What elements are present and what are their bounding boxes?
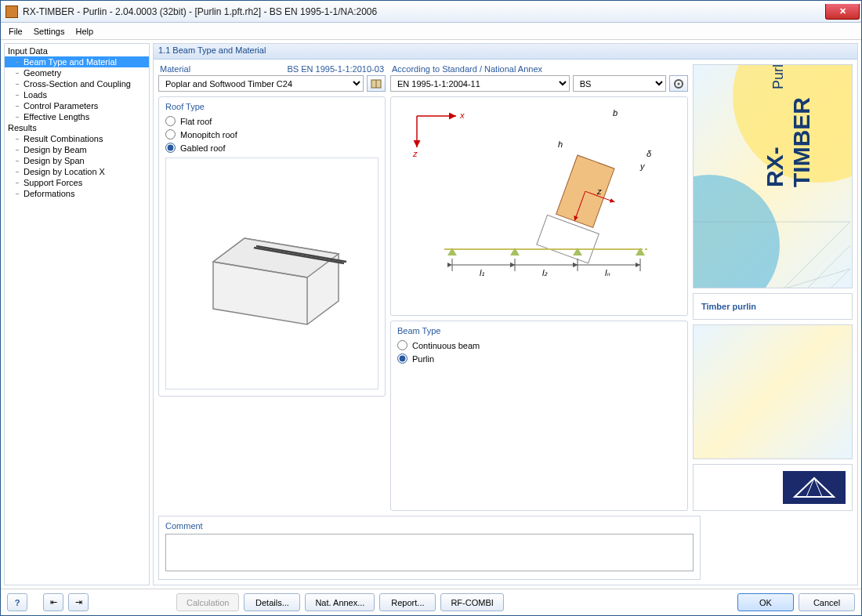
rf-combi-button[interactable]: RF-COMBI (440, 593, 503, 611)
brand-product: RX-TIMBER (762, 97, 815, 187)
svg-text:l₂: l₂ (542, 268, 548, 277)
radio-flat-roof[interactable]: Flat roof (165, 114, 378, 128)
content-area: Input Data Beam Type and Material Geomet… (1, 40, 861, 589)
svg-text:δ: δ (646, 149, 652, 158)
footer: ? ⇤ ⇥ Calculation Details... Nat. Annex.… (1, 589, 861, 615)
details-button[interactable]: Details... (244, 593, 300, 611)
roof-illustration (165, 158, 378, 390)
window-title: RX-TIMBER - Purlin - 2.04.0003 (32bit) -… (23, 6, 825, 17)
nav-item-support-forces[interactable]: Support Forces (5, 177, 149, 188)
svg-text:z: z (412, 149, 418, 158)
next-button[interactable]: ⇥ (68, 593, 89, 611)
menu-file[interactable]: File (9, 27, 23, 36)
beam-diagram-group: x z h b y (390, 96, 688, 316)
radio-purlin[interactable]: Purlin (397, 352, 681, 365)
nav-item-control-params[interactable]: Control Parameters (5, 100, 149, 111)
help-button[interactable]: ? (7, 593, 27, 611)
nav-group-input: Input Data (5, 45, 149, 56)
right-pane: 1.1 Beam Type and Material Material BS E… (153, 43, 858, 585)
beam-type-group: Beam Type Continuous beam Purlin (390, 321, 688, 511)
prev-button[interactable]: ⇤ (43, 593, 63, 611)
page-title: 1.1 Beam Type and Material (154, 44, 857, 60)
radio-gabled-roof[interactable]: Gabled roof (165, 141, 378, 154)
brand-box: RX-TIMBER Purlin (693, 64, 853, 288)
svg-point-9 (678, 82, 680, 85)
logo-box (693, 464, 853, 511)
app-icon (5, 5, 18, 18)
svg-text:h: h (558, 140, 563, 149)
svg-text:y: y (639, 161, 646, 171)
brand-box-lower (693, 324, 853, 459)
svg-text:x: x (459, 111, 465, 120)
arrow-left-icon: ⇤ (50, 597, 57, 607)
nav-item-design-span[interactable]: Design by Span (5, 155, 149, 166)
nav-group-results: Results (5, 122, 149, 133)
brand-title: RX-TIMBER Purlin (762, 64, 815, 187)
roof-type-label: Roof Type (165, 100, 378, 114)
material-select[interactable]: Poplar and Softwood Timber C24 (158, 75, 364, 92)
nav-item-loads[interactable]: Loads (5, 89, 149, 100)
svg-point-40 (694, 175, 780, 288)
svg-text:z: z (596, 187, 602, 196)
gabled-roof-icon (182, 207, 362, 340)
nav-item-design-beam[interactable]: Design by Beam (5, 144, 149, 155)
menu-settings[interactable]: Settings (34, 27, 65, 36)
nav-pane: Input Data Beam Type and Material Geomet… (4, 43, 150, 585)
app-window: RX-TIMBER - Purlin - 2.04.0003 (32bit) -… (0, 0, 862, 616)
gear-icon (673, 78, 684, 89)
radio-continuous-beam[interactable]: Continuous beam (397, 339, 681, 352)
radio-monopitch-roof[interactable]: Monopitch roof (165, 128, 378, 141)
svg-text:b: b (613, 108, 618, 118)
dlubal-logo-icon (783, 471, 846, 504)
brand-column: RX-TIMBER Purlin Timber purlin (693, 64, 853, 511)
titlebar: RX-TIMBER - Purlin - 2.04.0003 (32bit) -… (1, 1, 861, 23)
svg-text:l₁: l₁ (480, 268, 484, 277)
nav-item-effective-lengths[interactable]: Effective Lengths (5, 111, 149, 122)
annex-select[interactable]: BS (573, 75, 666, 92)
svg-marker-47 (795, 478, 834, 497)
standard-settings-button[interactable] (669, 75, 688, 92)
beam-type-label: Beam Type (397, 324, 681, 339)
nat-annex-button[interactable]: Nat. Annex... (305, 593, 375, 611)
beam-diagram-icon: x z h b y (397, 100, 679, 304)
material-library-button[interactable] (367, 75, 386, 92)
page-body: Material BS EN 1995-1-1:2010-03 Poplar a… (154, 60, 857, 516)
comment-textarea[interactable] (165, 534, 694, 571)
menu-help[interactable]: Help (75, 27, 93, 36)
menubar: File Settings Help (1, 23, 861, 40)
nav-item-result-combos[interactable]: Result Combinations (5, 133, 149, 144)
book-icon (371, 78, 382, 89)
cancel-button[interactable]: Cancel (799, 593, 855, 611)
close-button[interactable]: ✕ (825, 4, 860, 20)
nav-item-cross-section[interactable]: Cross-Section and Coupling (5, 78, 149, 89)
report-button[interactable]: Report... (379, 593, 436, 611)
brand-module: Purlin (770, 64, 787, 89)
roof-type-group: Roof Type Flat roof Monopitch roof Gable… (158, 96, 386, 397)
brand-caption: Timber purlin (693, 293, 853, 320)
standard-label: According to Standard / National Annex (392, 64, 542, 74)
ok-button[interactable]: OK (737, 593, 794, 611)
material-block: Material BS EN 1995-1-1:2010-03 Poplar a… (158, 64, 386, 92)
standard-select[interactable]: EN 1995-1-1:2004-11 (390, 75, 570, 92)
mid-column: According to Standard / National Annex E… (390, 64, 688, 511)
comment-group: Comment (158, 516, 701, 580)
nav-item-beam-type[interactable]: Beam Type and Material (5, 56, 149, 67)
left-column: Material BS EN 1995-1-1:2010-03 Poplar a… (158, 64, 386, 511)
material-code: BS EN 1995-1-1:2010-03 (287, 64, 384, 74)
nav-item-geometry[interactable]: Geometry (5, 67, 149, 78)
calculation-button[interactable]: Calculation (176, 593, 239, 611)
help-icon: ? (15, 598, 20, 607)
comment-label: Comment (165, 520, 694, 534)
svg-text:lₙ: lₙ (605, 268, 610, 277)
arrow-right-icon: ⇥ (75, 597, 82, 607)
nav-item-deformations[interactable]: Deformations (5, 188, 149, 199)
material-label: Material (160, 64, 190, 74)
nav-item-design-location[interactable]: Design by Location X (5, 166, 149, 177)
standard-block: According to Standard / National Annex E… (390, 64, 688, 92)
